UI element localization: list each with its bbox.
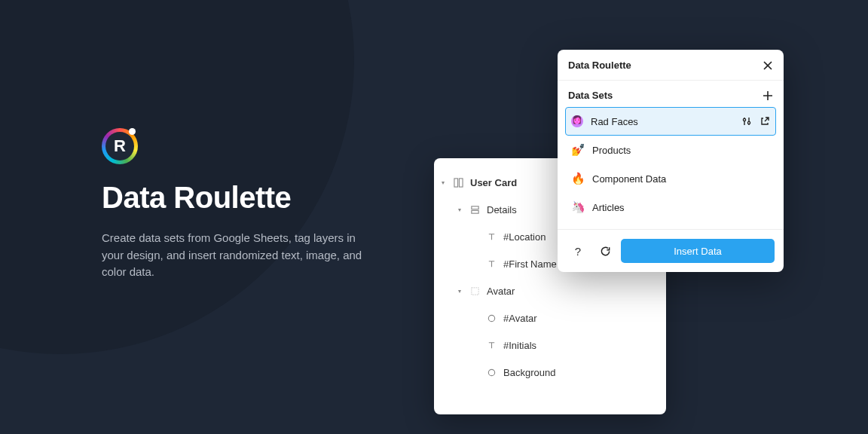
set-emoji-icon: 💅	[571, 143, 585, 157]
data-set-item[interactable]: 🔥Component Data	[565, 164, 776, 193]
layer-row[interactable]: ▾#Avatar	[434, 304, 666, 332]
app-logo-dot	[129, 128, 136, 135]
frame-icon	[452, 178, 464, 188]
svg-rect-2	[471, 206, 478, 209]
app-logo: R	[102, 128, 138, 164]
text-icon	[485, 341, 497, 350]
data-sets-list: Rad Faces💅Products🔥Component Data🦄Articl…	[558, 107, 784, 229]
set-label: Products	[592, 145, 770, 156]
svg-point-8	[747, 121, 750, 124]
set-emoji-icon: 🔥	[571, 172, 585, 185]
layer-row[interactable]: ▾Background	[434, 359, 666, 386]
svg-point-5	[488, 315, 494, 321]
data-sets-label: Data Sets	[568, 90, 613, 101]
layer-label: #Location	[503, 231, 546, 243]
layer-label: #First Name	[503, 258, 557, 270]
set-label: Rad Faces	[591, 116, 734, 127]
text-icon	[485, 259, 497, 269]
insert-data-button[interactable]: Insert Data	[621, 239, 775, 263]
layer-row[interactable]: ▾#Initials	[434, 332, 666, 359]
text-icon	[485, 232, 497, 242]
circle-icon	[485, 313, 497, 323]
layer-row[interactable]: ▾Avatar	[434, 277, 666, 304]
svg-rect-1	[459, 178, 463, 186]
settings-sliders-icon[interactable]	[741, 116, 752, 127]
open-external-icon[interactable]	[760, 116, 770, 127]
hero-title: Data Roulette	[102, 181, 388, 215]
expand-caret-icon[interactable]: ▾	[457, 288, 463, 295]
svg-rect-3	[471, 210, 478, 213]
svg-point-6	[488, 369, 494, 375]
layer-label: #Avatar	[503, 313, 537, 324]
grid-icon	[469, 286, 481, 296]
circle-icon	[485, 368, 497, 377]
data-sets-header: Data Sets	[558, 81, 784, 107]
layer-label: Details	[487, 204, 517, 215]
expand-caret-icon[interactable]: ▾	[457, 206, 463, 213]
close-icon[interactable]	[763, 60, 773, 71]
svg-point-7	[743, 118, 745, 121]
layer-label: User Card	[470, 177, 517, 188]
plugin-footer: ? Insert Data	[558, 229, 784, 272]
data-set-item[interactable]: 🦄Articles	[565, 193, 776, 222]
set-label: Component Data	[592, 173, 770, 185]
plugin-title: Data Roulette	[568, 60, 631, 71]
hero-subtitle: Create data sets from Google Sheets, tag…	[102, 230, 373, 281]
help-button[interactable]: ?	[567, 240, 589, 262]
set-label: Articles	[592, 202, 770, 213]
refresh-icon[interactable]	[594, 240, 616, 262]
layer-label: #Initials	[503, 340, 536, 351]
vstack-icon	[469, 205, 481, 215]
layer-label: Background	[503, 367, 555, 378]
plugin-header: Data Roulette	[558, 50, 784, 81]
set-avatar-icon	[571, 115, 583, 127]
svg-rect-4	[471, 287, 478, 294]
expand-caret-icon[interactable]: ▾	[440, 179, 446, 186]
app-logo-letter: R	[105, 132, 134, 160]
add-set-icon[interactable]	[763, 90, 773, 101]
svg-rect-0	[454, 178, 457, 186]
layer-label: Avatar	[487, 286, 515, 297]
set-emoji-icon: 🦄	[571, 200, 585, 214]
data-set-item[interactable]: Rad Faces	[565, 107, 776, 136]
hero: R Data Roulette Create data sets from Go…	[102, 128, 388, 281]
plugin-panel: Data Roulette Data Sets Rad Faces💅Produc…	[558, 50, 784, 272]
data-set-item[interactable]: 💅Products	[565, 136, 776, 164]
